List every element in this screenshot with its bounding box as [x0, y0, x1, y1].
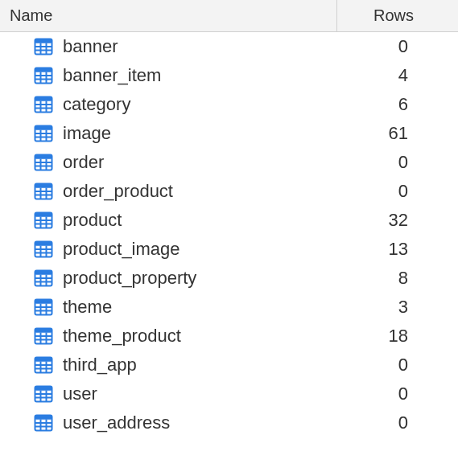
svg-rect-93 [35, 418, 52, 420]
table-row[interactable]: image61 [0, 119, 458, 148]
svg-rect-16 [35, 100, 52, 101]
table-icon [32, 355, 55, 375]
table-name: theme [55, 297, 337, 318]
table-icon [32, 153, 55, 172]
table-icon [32, 240, 55, 259]
svg-rect-79 [35, 360, 52, 362]
table-icon [32, 298, 55, 317]
svg-rect-65 [35, 302, 52, 304]
table-icon [32, 182, 55, 201]
table-row-count: 0 [337, 355, 458, 375]
table-row-count: 3 [337, 297, 458, 318]
table-row[interactable]: theme_product18 [0, 322, 458, 351]
table-icon [32, 384, 55, 404]
svg-rect-30 [35, 158, 52, 159]
svg-rect-58 [35, 273, 52, 275]
table-icon [32, 66, 55, 85]
table-row[interactable]: product_image13 [0, 235, 458, 264]
table-row-count: 6 [337, 94, 458, 115]
column-header-rows[interactable]: Rows [337, 0, 458, 31]
table-name: user [55, 384, 337, 404]
table-row-count: 61 [337, 123, 458, 144]
svg-rect-44 [35, 215, 52, 217]
table-icon [32, 269, 55, 288]
table-row-count: 32 [337, 210, 458, 231]
table-row[interactable]: order_product0 [0, 177, 458, 206]
table-name: order_product [55, 181, 337, 202]
table-icon [32, 326, 55, 346]
table-row[interactable]: user_address0 [0, 408, 458, 437]
table-row[interactable]: category6 [0, 90, 458, 119]
table-row-count: 0 [337, 181, 458, 202]
table-header-row: Name Rows [0, 0, 458, 32]
database-tables-list: Name Rows banner0 banner_item4 category6… [0, 0, 458, 437]
table-icon [32, 95, 55, 114]
table-name: product_image [55, 239, 337, 260]
table-icon [32, 37, 55, 56]
table-row-count: 4 [337, 65, 458, 86]
svg-rect-9 [35, 71, 52, 72]
table-row-count: 0 [337, 384, 458, 404]
column-header-name[interactable]: Name [0, 0, 337, 31]
table-icon [32, 413, 55, 433]
table-name: category [55, 94, 337, 115]
svg-rect-37 [35, 187, 52, 188]
table-name: third_app [55, 355, 337, 375]
table-name: user_address [55, 412, 337, 433]
table-row-count: 0 [337, 36, 458, 57]
table-row-count: 13 [337, 239, 458, 260]
svg-rect-72 [35, 331, 52, 333]
table-row[interactable]: banner_item4 [0, 61, 458, 90]
table-row[interactable]: theme3 [0, 293, 458, 322]
svg-rect-2 [35, 42, 52, 43]
table-icon [32, 124, 55, 143]
table-name: image [55, 123, 337, 144]
table-row[interactable]: product32 [0, 206, 458, 235]
table-row-count: 0 [337, 412, 458, 433]
table-row[interactable]: product_property8 [0, 264, 458, 293]
table-row[interactable]: order0 [0, 148, 458, 177]
svg-rect-51 [35, 244, 52, 246]
table-row[interactable]: banner0 [0, 32, 458, 61]
table-row[interactable]: user0 [0, 380, 458, 408]
svg-rect-86 [35, 389, 52, 391]
table-name: product_property [55, 268, 337, 289]
table-name: product [55, 210, 337, 231]
table-row-count: 18 [337, 326, 458, 347]
table-name: order [55, 152, 337, 173]
table-name: banner [55, 36, 337, 57]
svg-rect-23 [35, 129, 52, 130]
table-row[interactable]: third_app0 [0, 351, 458, 380]
table-name: theme_product [55, 326, 337, 347]
table-icon [32, 211, 55, 230]
table-row-count: 0 [337, 152, 458, 173]
table-row-count: 8 [337, 268, 458, 289]
table-name: banner_item [55, 65, 337, 86]
